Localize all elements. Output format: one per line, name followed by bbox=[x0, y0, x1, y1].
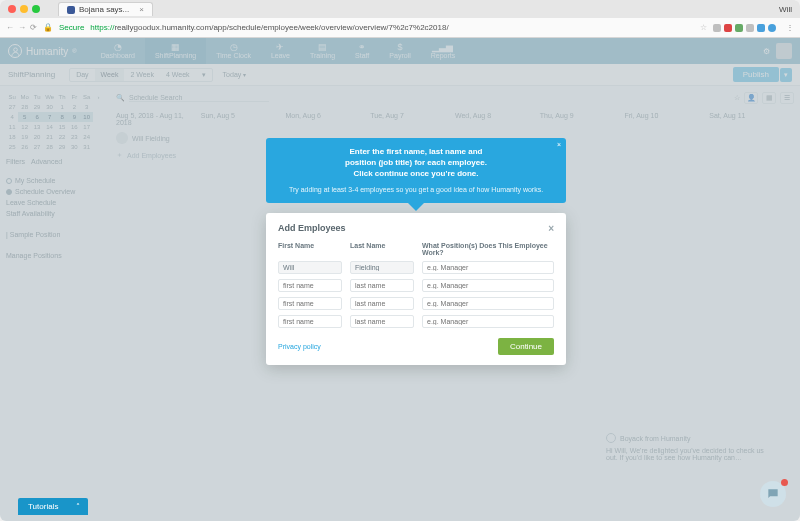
notification-badge-icon bbox=[781, 479, 788, 486]
profile-name[interactable]: Will bbox=[779, 5, 792, 14]
lock-icon: 🔒 bbox=[43, 23, 53, 32]
continue-button[interactable]: Continue bbox=[498, 338, 554, 355]
browser-toolbar: ← → ⟳ 🔒 Secure https://reallygoodux.huma… bbox=[0, 18, 800, 38]
chat-icon bbox=[766, 487, 780, 501]
column-header-first-name: First Name bbox=[278, 242, 342, 256]
modal-title: Add Employees bbox=[278, 223, 346, 233]
first-name-input[interactable] bbox=[278, 279, 342, 292]
position-input[interactable] bbox=[422, 261, 554, 274]
last-name-input[interactable] bbox=[350, 315, 414, 328]
browser-tab[interactable]: Bojana says... × bbox=[58, 2, 153, 16]
last-name-input[interactable] bbox=[350, 261, 414, 274]
minimize-window-icon[interactable] bbox=[20, 5, 28, 13]
tab-close-icon[interactable]: × bbox=[139, 5, 144, 14]
employee-input-row bbox=[278, 279, 554, 292]
forward-icon[interactable]: → bbox=[18, 23, 26, 32]
secure-label: Secure bbox=[59, 23, 84, 32]
privacy-policy-link[interactable]: Privacy policy bbox=[278, 343, 321, 350]
position-input[interactable] bbox=[422, 315, 554, 328]
reload-icon[interactable]: ⟳ bbox=[30, 23, 37, 32]
add-employees-modal: Add Employees × First Name Last Name Wha… bbox=[266, 213, 566, 365]
column-header-position: What Position(s) Does This Employee Work… bbox=[422, 242, 554, 256]
position-input[interactable] bbox=[422, 297, 554, 310]
first-name-input[interactable] bbox=[278, 315, 342, 328]
extension-icon[interactable] bbox=[735, 24, 743, 32]
chevron-up-icon: ˄ bbox=[76, 502, 80, 511]
extension-icon[interactable] bbox=[746, 24, 754, 32]
extension-icon[interactable] bbox=[757, 24, 765, 32]
bookmark-star-icon[interactable]: ☆ bbox=[700, 23, 707, 32]
close-icon[interactable]: × bbox=[557, 141, 561, 148]
first-name-input[interactable] bbox=[278, 261, 342, 274]
favicon-icon bbox=[67, 6, 75, 14]
extension-icons bbox=[713, 24, 776, 32]
close-window-icon[interactable] bbox=[8, 5, 16, 13]
position-input[interactable] bbox=[422, 279, 554, 292]
employee-input-row bbox=[278, 297, 554, 310]
extension-icon[interactable] bbox=[724, 24, 732, 32]
tutorials-panel-toggle[interactable]: Tutorials ˄ bbox=[18, 498, 88, 515]
browser-menu-icon[interactable]: ⋮ bbox=[786, 23, 794, 32]
employee-input-row bbox=[278, 315, 554, 328]
onboarding-callout: × Enter the first name, last name and po… bbox=[266, 138, 566, 203]
last-name-input[interactable] bbox=[350, 279, 414, 292]
column-header-last-name: Last Name bbox=[350, 242, 414, 256]
first-name-input[interactable] bbox=[278, 297, 342, 310]
extension-icon[interactable] bbox=[768, 24, 776, 32]
zoom-window-icon[interactable] bbox=[32, 5, 40, 13]
address-bar[interactable]: https://reallygoodux.humanity.com/app/sc… bbox=[90, 23, 694, 32]
last-name-input[interactable] bbox=[350, 297, 414, 310]
back-icon[interactable]: ← bbox=[6, 23, 14, 32]
window-titlebar: Bojana says... × Will bbox=[0, 0, 800, 18]
employee-input-row bbox=[278, 261, 554, 274]
close-icon[interactable]: × bbox=[548, 223, 554, 234]
tab-title: Bojana says... bbox=[79, 5, 129, 14]
chat-launcher[interactable] bbox=[760, 481, 786, 507]
extension-icon[interactable] bbox=[713, 24, 721, 32]
